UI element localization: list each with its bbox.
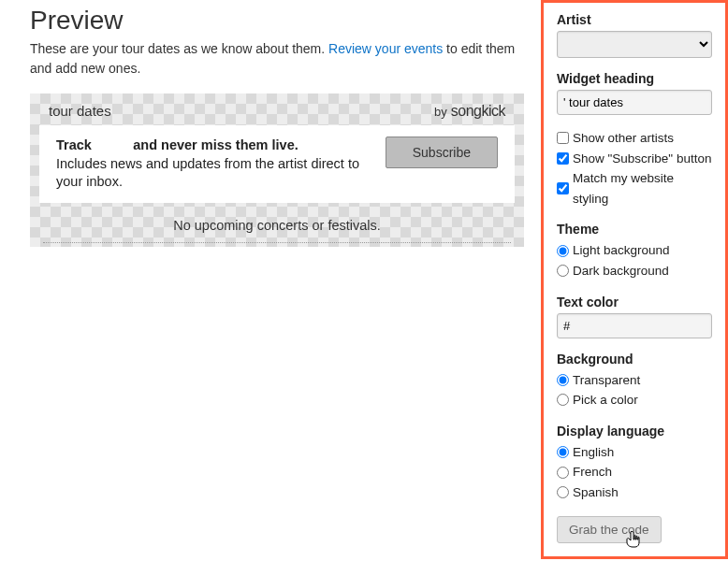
match-styling-checkbox[interactable] [557,182,569,194]
show-other-artists-checkbox[interactable] [557,132,569,144]
show-subscribe-label: Show "Subscribe" button [573,149,711,169]
widget-body-text: Track and never miss them live. Includes… [56,137,372,192]
text-color-input[interactable] [557,313,712,338]
theme-dark-radio[interactable] [557,265,569,277]
theme-label: Theme [557,222,712,237]
match-styling-label: Match my website styling [573,168,712,209]
widget-heading-input[interactable] [557,90,712,115]
show-subscribe-checkbox[interactable] [557,152,569,165]
widget-divider [43,242,511,243]
widget-heading-label: Widget heading [557,71,712,86]
lang-fr-label: French [573,462,612,482]
preview-title: Preview [30,6,524,36]
bg-transparent-label: Transparent [573,370,640,391]
bg-transparent-radio[interactable] [557,374,569,386]
includes-text: Includes news and updates from the artis… [56,156,359,190]
subscribe-button[interactable]: Subscribe [386,137,498,168]
bg-pick-radio[interactable] [557,394,569,406]
theme-light-radio[interactable] [557,245,569,257]
grab-code-button[interactable]: Grab the code [557,516,662,543]
lang-en-label: English [573,442,614,463]
by-label: by [434,105,447,119]
bg-pick-label: Pick a color [573,390,638,410]
review-events-link[interactable]: Review your events [328,41,443,56]
lang-fr-radio[interactable] [557,467,569,479]
no-concerts-text: No upcoming concerts or festivals. [39,203,515,242]
artist-label: Artist [557,12,712,27]
language-label: Display language [557,424,712,439]
widget-title: tour dates [49,103,111,119]
theme-light-label: Light background [573,240,670,261]
background-label: Background [557,352,712,367]
text-color-label: Text color [557,295,712,309]
lang-es-label: Spanish [573,482,619,503]
theme-dark-label: Dark background [573,261,669,281]
track-suffix: and never miss them live. [133,137,298,152]
preview-description: These are your tour dates as we know abo… [30,39,524,79]
widget-preview: tour dates by songkick Track and never m… [30,94,524,247]
widget-attribution: by songkick [434,103,505,120]
show-other-artists-label: Show other artists [573,128,674,149]
desc-pre: These are your tour dates as we know abo… [30,41,328,56]
widget-title-suffix: tour dates [49,103,111,119]
lang-es-radio[interactable] [557,486,569,498]
artist-select[interactable] [557,31,712,58]
settings-panel: Artist Widget heading Show other artists… [541,0,728,559]
lang-en-radio[interactable] [557,446,569,458]
track-prefix: Track [56,137,92,152]
songkick-logo: songkick [451,103,505,120]
